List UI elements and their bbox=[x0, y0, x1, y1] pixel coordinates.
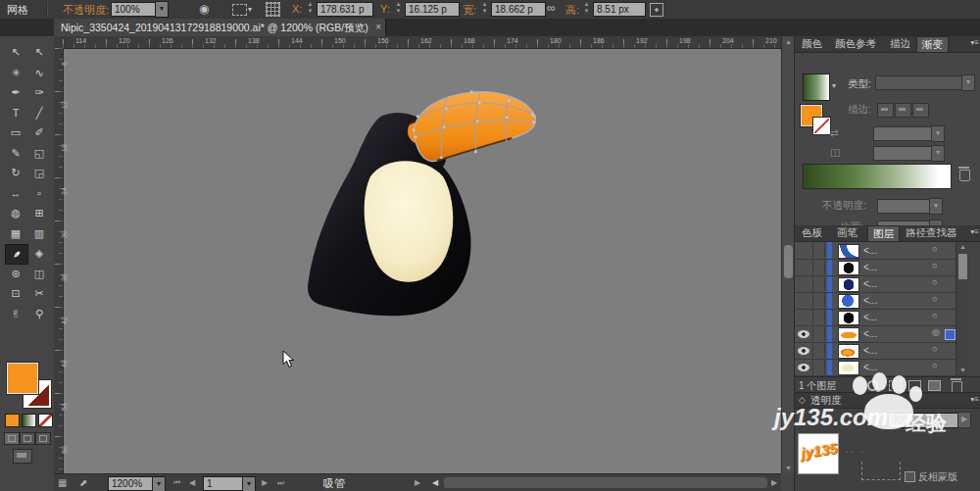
layer-label[interactable]: <... bbox=[863, 278, 877, 289]
mask-thumbnail-outline[interactable] bbox=[861, 462, 901, 480]
hscroll-right-icon[interactable]: ▶ bbox=[771, 478, 777, 487]
mesh-tool[interactable]: ▦ bbox=[5, 224, 26, 243]
first-artboard-icon[interactable]: ⏮ bbox=[173, 478, 180, 488]
lasso-tool[interactable]: ∿ bbox=[28, 64, 50, 82]
gradient-thumbnail[interactable] bbox=[803, 74, 830, 101]
layer-thumbnail[interactable] bbox=[838, 327, 859, 342]
gradient-aspect-dropdown-icon[interactable]: ▾ bbox=[931, 145, 945, 162]
target-circle-icon[interactable]: ◎ bbox=[932, 327, 940, 337]
rotate-tool[interactable]: ↻ bbox=[5, 164, 26, 182]
eye-icon[interactable] bbox=[798, 330, 809, 338]
layer-thumbnail[interactable] bbox=[838, 244, 859, 259]
gradient-slider[interactable] bbox=[803, 164, 952, 189]
gradient-type-dropdown-icon[interactable]: ▾ bbox=[961, 74, 975, 91]
layer-row[interactable]: <...○ bbox=[795, 309, 967, 326]
lock-cell[interactable] bbox=[812, 275, 825, 291]
constrain-link-icon[interactable]: ∞ bbox=[547, 1, 556, 15]
delete-stop-icon[interactable] bbox=[959, 170, 970, 181]
transparency-header[interactable]: ◇ 透明度 ▾≡ bbox=[795, 393, 980, 409]
color-mode-swatch[interactable] bbox=[5, 414, 20, 427]
status-expand-icon[interactable]: ▶ bbox=[415, 478, 420, 487]
selection-indicator[interactable] bbox=[945, 329, 956, 340]
make-mask-icon[interactable] bbox=[889, 380, 902, 391]
registration-point-icon[interactable]: ◉ bbox=[199, 2, 209, 16]
layer-thumbnail[interactable] bbox=[838, 361, 859, 375]
lock-cell[interactable] bbox=[812, 359, 825, 374]
panel-menu-icon[interactable]: ▾≡ bbox=[970, 395, 979, 404]
target-circle-icon[interactable]: ○ bbox=[932, 261, 937, 270]
target-circle-icon[interactable]: ○ bbox=[932, 294, 937, 304]
visibility-cell[interactable] bbox=[795, 342, 813, 358]
graph-tool[interactable]: ◫ bbox=[28, 265, 50, 283]
anchor-point-tool[interactable]: ✑ bbox=[28, 83, 50, 102]
visibility-cell[interactable] bbox=[795, 359, 813, 374]
selection-tool[interactable]: ↖ bbox=[5, 43, 26, 62]
prev-artboard-icon[interactable]: ◀ bbox=[189, 478, 195, 487]
blend-tool[interactable]: ◈ bbox=[28, 244, 50, 263]
tab-layers[interactable]: 图层 bbox=[867, 225, 900, 241]
layers-scroll-thumb[interactable] bbox=[958, 254, 967, 279]
screen-mode-button[interactable] bbox=[13, 449, 32, 464]
target-circle-icon[interactable]: ○ bbox=[932, 361, 937, 370]
tab-brushes[interactable]: 画笔 bbox=[832, 225, 862, 240]
direct-selection-tool[interactable]: ↖ bbox=[28, 43, 50, 62]
transform-icon[interactable] bbox=[650, 3, 663, 17]
eye-icon[interactable] bbox=[798, 364, 809, 371]
tab-pathfinder[interactable]: 路径查找器 bbox=[901, 225, 962, 240]
toucan-artwork[interactable] bbox=[245, 69, 559, 333]
eye-icon[interactable] bbox=[798, 347, 809, 355]
gradient-mode-swatch[interactable] bbox=[22, 414, 36, 427]
artboard-tool[interactable]: ⊡ bbox=[5, 284, 26, 303]
export-icon[interactable]: ⬈ bbox=[79, 477, 87, 488]
paintbrush-tool[interactable]: ✐ bbox=[28, 123, 50, 142]
target-circle-icon[interactable]: ○ bbox=[932, 277, 937, 287]
free-transform-tool[interactable]: ▫ bbox=[28, 184, 50, 203]
gradient-type-dropdown[interactable] bbox=[875, 75, 963, 90]
layer-row[interactable]: <...○ bbox=[795, 292, 967, 310]
panel-stroke-swatch[interactable] bbox=[812, 117, 831, 135]
visibility-cell[interactable] bbox=[795, 292, 813, 308]
gradient-thumb-dropdown-icon[interactable]: ▾ bbox=[832, 81, 836, 90]
width-tool[interactable]: ↔ bbox=[5, 184, 26, 203]
layer-label[interactable]: <... bbox=[863, 262, 877, 272]
gradient-angle-dropdown-icon[interactable]: ▾ bbox=[931, 125, 945, 142]
lock-cell[interactable] bbox=[812, 259, 825, 274]
selection-style-icon[interactable] bbox=[232, 4, 247, 16]
eraser-tool[interactable]: ◱ bbox=[28, 144, 50, 163]
target-circle-icon[interactable]: ○ bbox=[932, 344, 937, 354]
visibility-cell[interactable] bbox=[795, 259, 813, 274]
lock-cell[interactable] bbox=[812, 325, 825, 341]
shape-builder-tool[interactable]: ◍ bbox=[5, 204, 26, 222]
visibility-cell[interactable] bbox=[795, 309, 813, 324]
new-layer-icon[interactable] bbox=[928, 380, 941, 391]
hand-tool[interactable]: ✌ bbox=[5, 305, 26, 323]
none-mode-swatch[interactable] bbox=[38, 414, 53, 427]
layer-label[interactable]: <... bbox=[863, 295, 877, 306]
object-thumbnail[interactable]: jy135 bbox=[798, 433, 839, 474]
collapse-icon[interactable]: ◇ bbox=[799, 395, 806, 405]
layer-thumbnail[interactable] bbox=[838, 311, 859, 325]
layer-row[interactable]: <...○ bbox=[795, 359, 967, 376]
stroke-along-button[interactable] bbox=[895, 103, 911, 118]
eyedropper-tool[interactable]: ✒ bbox=[5, 244, 28, 265]
slice-tool[interactable]: ✂ bbox=[28, 284, 50, 303]
scale-tool[interactable]: ◲ bbox=[28, 164, 50, 182]
layer-row[interactable]: <...○ bbox=[795, 275, 967, 293]
lock-cell[interactable] bbox=[812, 242, 825, 258]
y-input[interactable]: 16.125 p bbox=[405, 2, 460, 17]
panel-menu-icon[interactable]: ▾≡ bbox=[970, 38, 979, 47]
symbol-sprayer-tool[interactable]: ⊛ bbox=[5, 265, 26, 283]
horizontal-scroll-thumb[interactable] bbox=[444, 477, 767, 488]
layer-label[interactable]: <... bbox=[863, 362, 877, 372]
magic-wand-tool[interactable]: ✳ bbox=[5, 64, 26, 82]
stop-opacity-dropdown-icon[interactable]: ▾ bbox=[929, 198, 943, 215]
perspective-grid-tool[interactable]: ⊞ bbox=[28, 204, 50, 222]
opacity-label[interactable]: 不透明度: bbox=[63, 3, 109, 18]
stroke-across-button[interactable] bbox=[912, 103, 929, 118]
target-circle-icon[interactable]: ○ bbox=[932, 311, 937, 320]
opacity-input[interactable]: 100% bbox=[111, 2, 158, 17]
selection-style-dropdown-icon[interactable]: ▾ bbox=[248, 5, 252, 14]
layer-row[interactable]: <...○ bbox=[795, 259, 967, 276]
visibility-cell[interactable] bbox=[795, 325, 813, 341]
scroll-down-icon[interactable]: ▼ bbox=[956, 366, 969, 375]
